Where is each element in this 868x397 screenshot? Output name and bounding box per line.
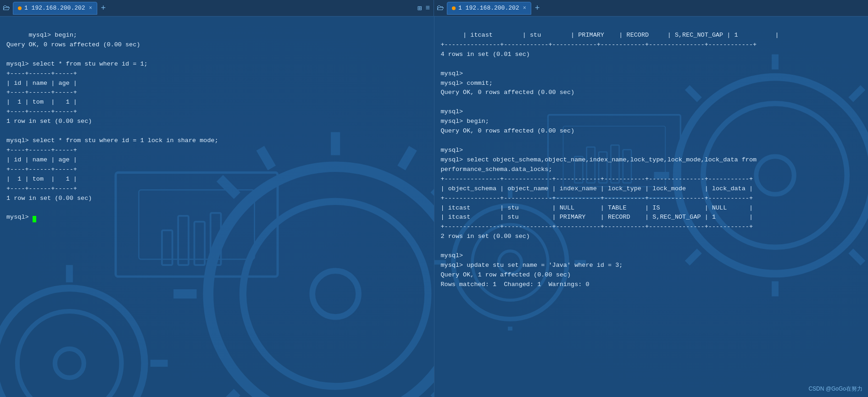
tab-add-left[interactable]: + — [101, 4, 106, 13]
terminal-panel-left[interactable]: mysql> begin; Query OK, 0 rows affected … — [0, 17, 434, 397]
tab-left[interactable]: 1 192.168.200.202 × — [13, 2, 97, 15]
menu-icon[interactable]: ≡ — [425, 4, 430, 12]
tab-right[interactable]: 1 192.168.200.202 × — [447, 2, 531, 15]
folder-icon-left: 🗁 — [3, 4, 10, 12]
tab-close-left[interactable]: × — [89, 5, 92, 11]
tab-bar: 🗁 1 192.168.200.202 × + ⊞ ≡ 🗁 1 192.168.… — [0, 0, 868, 17]
svg-point-17 — [55, 349, 84, 378]
terminal-panel-right[interactable]: | itcast | stu | PRIMARY | RECORD | S,RE… — [434, 17, 868, 397]
tab-actions-left: ⊞ ≡ — [417, 4, 430, 13]
terminal-text-right: | itcast | stu | PRIMARY | RECORD | S,RE… — [441, 32, 779, 288]
folder-icon-right: 🗁 — [437, 4, 444, 12]
terminal-text-left: mysql> begin; Query OK, 0 rows affected … — [6, 32, 218, 221]
tab-close-right[interactable]: × — [523, 5, 526, 11]
svg-point-2 — [312, 271, 359, 317]
tab-bar-right: 🗁 1 192.168.200.202 × + — [434, 0, 868, 16]
svg-rect-24 — [162, 230, 172, 265]
svg-point-15 — [0, 288, 145, 397]
tab-add-right[interactable]: + — [535, 4, 540, 13]
tab-bar-left: 🗁 1 192.168.200.202 × + ⊞ ≡ — [0, 0, 434, 16]
tab-label-right: 1 192.168.200.202 — [458, 5, 519, 11]
grid-icon[interactable]: ⊞ — [417, 4, 422, 13]
terminal-content-left: mysql> begin; Query OK, 0 rows affected … — [6, 21, 428, 232]
tab-label-left: 1 192.168.200.202 — [24, 5, 85, 11]
watermark: CSDN @GoGo在努力 — [808, 385, 862, 393]
main-content: mysql> begin; Query OK, 0 rows affected … — [0, 17, 868, 397]
svg-line-10 — [220, 392, 237, 397]
tab-dot-left — [18, 6, 22, 10]
svg-point-16 — [17, 311, 122, 397]
tab-dot-right — [452, 6, 456, 10]
terminal-content-right: | itcast | stu | PRIMARY | RECORD | S,RE… — [441, 21, 862, 299]
cursor-left — [33, 216, 36, 222]
